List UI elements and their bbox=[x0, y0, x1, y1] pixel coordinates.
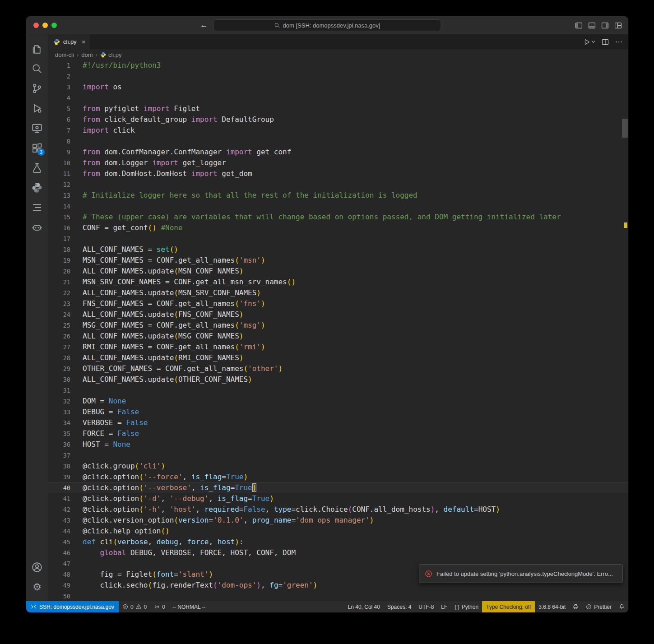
toggle-sidebar-icon[interactable] bbox=[575, 22, 583, 29]
more-actions-icon[interactable]: ⋯ bbox=[615, 37, 623, 46]
code-line-19[interactable]: 19MSN_CONF_NAMES = CONF.get_all_names('m… bbox=[48, 255, 628, 266]
code-line-43[interactable]: 43@click.version_option(version='0.1.0',… bbox=[48, 515, 628, 526]
code-line-27[interactable]: 27RMI_CONF_NAMES = CONF.get_all_names('r… bbox=[48, 342, 628, 352]
code-line-15[interactable]: 15# These (upper case) are variables tha… bbox=[48, 212, 628, 222]
code-line-9[interactable]: 9from dom.ConfManager.ConfManager import… bbox=[48, 147, 628, 158]
line-content bbox=[70, 93, 83, 103]
code-line-22[interactable]: 22ALL_CONF_NAMES.update(MSN_SRV_CONF_NAM… bbox=[48, 287, 628, 298]
code-line-37[interactable]: 37 bbox=[48, 450, 628, 461]
sidebar-item-search[interactable] bbox=[26, 59, 48, 79]
code-line-24[interactable]: 24ALL_CONF_NAMES.update(FNS_CONF_NAMES) bbox=[48, 309, 628, 320]
close-tab-icon[interactable]: × bbox=[82, 38, 86, 46]
code-line-16[interactable]: 16CONF = get_conf() #None bbox=[48, 222, 628, 233]
code-line-23[interactable]: 23FNS_CONF_NAMES = CONF.get_all_names('f… bbox=[48, 298, 628, 309]
type-checking-status[interactable]: Type Checking: off bbox=[482, 601, 535, 612]
minimize-window-button[interactable] bbox=[42, 23, 48, 28]
sidebar-item-outline[interactable] bbox=[26, 198, 48, 218]
command-center[interactable]: dom [SSH: domopssdev.jpl.nasa.gov] bbox=[213, 19, 441, 31]
close-window-button[interactable] bbox=[33, 23, 39, 28]
code-line-46[interactable]: 46 global DEBUG, VERBOSE, FORCE, HOST, C… bbox=[48, 547, 628, 558]
prettier-status[interactable]: Prettier bbox=[582, 601, 615, 612]
sidebar-item-run-and-debug[interactable] bbox=[26, 98, 48, 118]
sidebar-item-explorer[interactable] bbox=[26, 39, 48, 59]
code-line-31[interactable]: 31 bbox=[48, 385, 628, 396]
scrollbar-thumb[interactable] bbox=[622, 119, 628, 138]
code-line-34[interactable]: 34VERBOSE = False bbox=[48, 417, 628, 428]
split-editor-icon[interactable] bbox=[602, 38, 609, 46]
code-line-50[interactable]: 50 bbox=[48, 591, 628, 601]
maximize-window-button[interactable] bbox=[51, 23, 57, 28]
code-line-40[interactable]: 40@click.option('--verbose', is_flag=Tru… bbox=[48, 482, 628, 493]
code-line-39[interactable]: 39@click.option('--force', is_flag=True) bbox=[48, 472, 628, 482]
code-line-25[interactable]: 25MSG_CONF_NAMES = CONF.get_all_names('m… bbox=[48, 320, 628, 331]
code-line-3[interactable]: 3import os bbox=[48, 82, 628, 93]
code-line-28[interactable]: 28ALL_CONF_NAMES.update(RMI_CONF_NAMES) bbox=[48, 352, 628, 363]
code-line-44[interactable]: 44@click.help_option() bbox=[48, 526, 628, 537]
notification-toast[interactable]: Failed to update setting 'python.analysi… bbox=[419, 564, 623, 583]
back-button[interactable]: ← bbox=[200, 21, 208, 30]
cursor-position-status[interactable]: Ln 40, Col 40 bbox=[344, 601, 384, 612]
problems-status[interactable]: 0 0 bbox=[119, 601, 150, 612]
code-line-26[interactable]: 26ALL_CONF_NAMES.update(MSG_CONF_NAMES) bbox=[48, 331, 628, 342]
code-line-30[interactable]: 30ALL_CONF_NAMES.update(OTHER_CONF_NAMES… bbox=[48, 374, 628, 385]
code-line-38[interactable]: 38@click.group('cli') bbox=[48, 461, 628, 472]
vim-mode-status[interactable]: -- NORMAL -- bbox=[169, 601, 209, 612]
breadcrumb-item-project[interactable]: dom-cli bbox=[55, 51, 74, 58]
settings-button[interactable]: ⚙ bbox=[26, 577, 48, 597]
sidebar-item-testing[interactable] bbox=[26, 158, 48, 178]
eol-status[interactable]: LF bbox=[437, 601, 451, 612]
encoding-status[interactable]: UTF-8 bbox=[415, 601, 437, 612]
code-line-41[interactable]: 41@click.option('-d', '--debug', is_flag… bbox=[48, 493, 628, 504]
code-line-13[interactable]: 13# Initialize logger here so that all t… bbox=[48, 190, 628, 201]
sidebar-item-remote-explorer[interactable] bbox=[26, 118, 48, 138]
line-number: 17 bbox=[48, 233, 70, 244]
breadcrumb-item-folder[interactable]: dom bbox=[81, 51, 93, 58]
code-line-21[interactable]: 21MSN_SRV_CONF_NAMES = CONF.get_all_msn_… bbox=[48, 277, 628, 287]
code-line-45[interactable]: 45def cli(verbose, debug, force, host): bbox=[48, 537, 628, 547]
code-line-2[interactable]: 2 bbox=[48, 71, 628, 82]
sidebar-item-copilot[interactable] bbox=[26, 218, 48, 237]
toggle-secondary-sidebar-icon[interactable] bbox=[601, 22, 609, 29]
code-line-35[interactable]: 35FORCE = False bbox=[48, 428, 628, 439]
code-line-6[interactable]: 6from click_default_group import Default… bbox=[48, 114, 628, 125]
line-number: 8 bbox=[48, 136, 70, 147]
line-content: ALL_CONF_NAMES.update(MSG_CONF_NAMES) bbox=[70, 331, 243, 342]
code-line-8[interactable]: 8 bbox=[48, 136, 628, 147]
code-editor[interactable]: 1#!/usr/bin/python323import os45from pyf… bbox=[48, 60, 628, 601]
sidebar-item-extensions[interactable]: 3 bbox=[26, 138, 48, 158]
code-line-11[interactable]: 11from dom.DomHost.DomHost import get_do… bbox=[48, 168, 628, 179]
code-line-10[interactable]: 10from dom.Logger import get_logger bbox=[48, 158, 628, 168]
code-line-36[interactable]: 36HOST = None bbox=[48, 439, 628, 450]
code-line-20[interactable]: 20ALL_CONF_NAMES.update(MSN_CONF_NAMES) bbox=[48, 266, 628, 277]
code-line-29[interactable]: 29OTHER_CONF_NAMES = CONF.get_all_names(… bbox=[48, 363, 628, 374]
customize-layout-icon[interactable] bbox=[614, 22, 622, 29]
language-mode-status[interactable]: { } Python bbox=[451, 601, 482, 612]
notifications-button[interactable] bbox=[615, 601, 628, 612]
breadcrumb-item-file[interactable]: cli.py bbox=[100, 51, 122, 58]
code-line-1[interactable]: 1#!/usr/bin/python3 bbox=[48, 60, 628, 71]
tab-cli-py[interactable]: cli.py × bbox=[48, 34, 90, 49]
code-line-12[interactable]: 12 bbox=[48, 179, 628, 190]
code-line-33[interactable]: 33DEBUG = False bbox=[48, 407, 628, 417]
python-interpreter-status[interactable]: 3.6.8 64-bit bbox=[535, 601, 569, 612]
code-line-32[interactable]: 32DOM = None bbox=[48, 396, 628, 407]
sidebar-item-python[interactable] bbox=[26, 178, 48, 198]
line-number: 39 bbox=[48, 472, 70, 482]
remote-indicator[interactable]: SSH: domopssdev.jpl.nasa.gov bbox=[26, 601, 119, 612]
code-line-42[interactable]: 42@click.option('-h', 'host', required=F… bbox=[48, 504, 628, 515]
code-line-17[interactable]: 17 bbox=[48, 233, 628, 244]
line-content bbox=[70, 136, 83, 147]
code-line-14[interactable]: 14 bbox=[48, 201, 628, 212]
code-line-7[interactable]: 7import click bbox=[48, 125, 628, 136]
run-python-file-button[interactable] bbox=[583, 38, 595, 46]
account-button[interactable] bbox=[26, 557, 48, 577]
ports-status[interactable]: 0 bbox=[150, 601, 169, 612]
toggle-panel-icon[interactable] bbox=[588, 22, 596, 29]
indentation-status[interactable]: Spaces: 4 bbox=[384, 601, 415, 612]
code-line-5[interactable]: 5from pyfiglet import Figlet bbox=[48, 103, 628, 114]
code-line-4[interactable]: 4 bbox=[48, 93, 628, 103]
printer-status[interactable] bbox=[569, 601, 582, 612]
sidebar-item-source-control[interactable] bbox=[26, 79, 48, 98]
line-content: OTHER_CONF_NAMES = CONF.get_all_names('o… bbox=[70, 363, 283, 374]
code-line-18[interactable]: 18ALL_CONF_NAMES = set() bbox=[48, 244, 628, 255]
